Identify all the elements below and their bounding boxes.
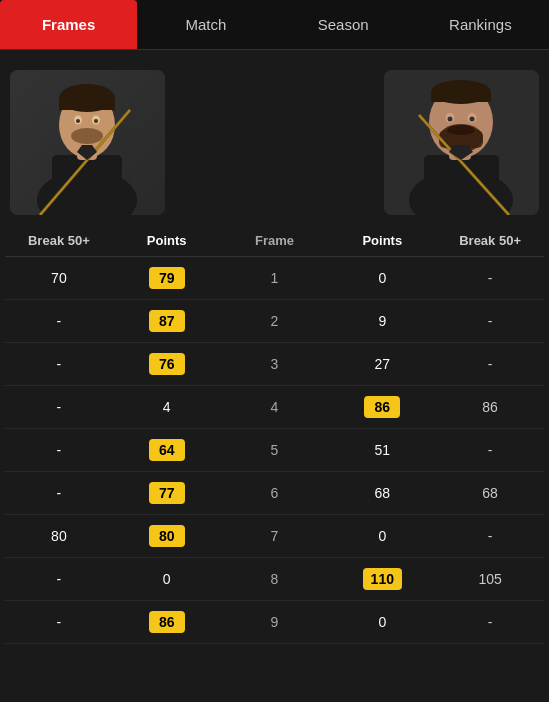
cell-frame: 3	[221, 356, 329, 372]
cell-left-points: 77	[113, 482, 221, 504]
tab-rankings[interactable]: Rankings	[412, 0, 549, 49]
cell-frame: 1	[221, 270, 329, 286]
points-badge: 87	[149, 310, 185, 332]
table-row: -448686	[5, 386, 544, 429]
cell-right-break: 105	[436, 571, 544, 587]
table-body: 707910--8729--76327--448686-64551--77668…	[5, 257, 544, 644]
table-header: Break 50+ Points Frame Points Break 50+	[5, 225, 544, 257]
tab-season[interactable]: Season	[275, 0, 412, 49]
svg-rect-3	[52, 155, 122, 215]
svg-rect-22	[431, 92, 491, 102]
cell-right-break: -	[436, 270, 544, 286]
cell-right-points: 0	[328, 528, 436, 544]
right-player-card	[384, 70, 539, 215]
cell-right-break: -	[436, 313, 544, 329]
cell-right-points: 27	[328, 356, 436, 372]
points-badge: 86	[364, 396, 400, 418]
svg-point-12	[71, 128, 103, 144]
cell-left-points: 76	[113, 353, 221, 375]
cell-frame: 9	[221, 614, 329, 630]
cell-right-points: 0	[328, 270, 436, 286]
tab-frames[interactable]: Frames	[0, 0, 137, 49]
cell-left-points: 4	[113, 399, 221, 415]
table-row: 808070-	[5, 515, 544, 558]
cell-right-points: 9	[328, 313, 436, 329]
cell-left-break: 80	[5, 528, 113, 544]
cell-left-break: -	[5, 356, 113, 372]
svg-point-25	[448, 117, 453, 122]
cell-right-points: 51	[328, 442, 436, 458]
header-right-points: Points	[328, 233, 436, 248]
points-badge: 64	[149, 439, 185, 461]
points-badge: 86	[149, 611, 185, 633]
cell-right-break: -	[436, 442, 544, 458]
cell-right-break: -	[436, 356, 544, 372]
cell-right-points: 68	[328, 485, 436, 501]
points-badge: 76	[149, 353, 185, 375]
svg-rect-7	[59, 98, 115, 110]
cell-frame: 2	[221, 313, 329, 329]
cell-frame: 6	[221, 485, 329, 501]
points-badge: 80	[149, 525, 185, 547]
cell-left-break: -	[5, 571, 113, 587]
cell-left-points: 79	[113, 267, 221, 289]
players-row	[0, 50, 549, 225]
table-row: -8729-	[5, 300, 544, 343]
table-row: -64551-	[5, 429, 544, 472]
cell-left-points: 64	[113, 439, 221, 461]
cell-right-break: -	[436, 528, 544, 544]
cell-frame: 8	[221, 571, 329, 587]
table-row: -8690-	[5, 601, 544, 644]
points-badge: 79	[149, 267, 185, 289]
svg-point-10	[76, 119, 80, 123]
cell-left-points: 0	[113, 571, 221, 587]
table-row: -76327-	[5, 343, 544, 386]
cell-left-break: -	[5, 399, 113, 415]
cell-left-points: 87	[113, 310, 221, 332]
svg-point-29	[447, 125, 475, 135]
table-row: 707910-	[5, 257, 544, 300]
cell-right-points: 86	[328, 396, 436, 418]
cell-left-points: 86	[113, 611, 221, 633]
tab-match[interactable]: Match	[137, 0, 274, 49]
header-left-break: Break 50+	[5, 233, 113, 248]
cell-right-break: 86	[436, 399, 544, 415]
points-badge: 110	[363, 568, 402, 590]
header-left-points: Points	[113, 233, 221, 248]
table-row: -7766868	[5, 472, 544, 515]
points-badge: 77	[149, 482, 185, 504]
cell-left-break: -	[5, 614, 113, 630]
header-frame: Frame	[221, 233, 329, 248]
nav-tabs: Frames Match Season Rankings	[0, 0, 549, 50]
cell-right-break: 68	[436, 485, 544, 501]
table-row: -08110105	[5, 558, 544, 601]
cell-right-points: 0	[328, 614, 436, 630]
svg-point-26	[470, 117, 475, 122]
cell-frame: 5	[221, 442, 329, 458]
cell-right-break: -	[436, 614, 544, 630]
cell-left-break: 70	[5, 270, 113, 286]
cell-frame: 4	[221, 399, 329, 415]
left-player-card	[10, 70, 165, 215]
header-right-break: Break 50+	[436, 233, 544, 248]
cell-left-break: -	[5, 442, 113, 458]
cell-left-break: -	[5, 313, 113, 329]
svg-point-11	[94, 119, 98, 123]
cell-right-points: 110	[328, 568, 436, 590]
cell-frame: 7	[221, 528, 329, 544]
cell-left-break: -	[5, 485, 113, 501]
score-table: Break 50+ Points Frame Points Break 50+ …	[0, 225, 549, 644]
cell-left-points: 80	[113, 525, 221, 547]
